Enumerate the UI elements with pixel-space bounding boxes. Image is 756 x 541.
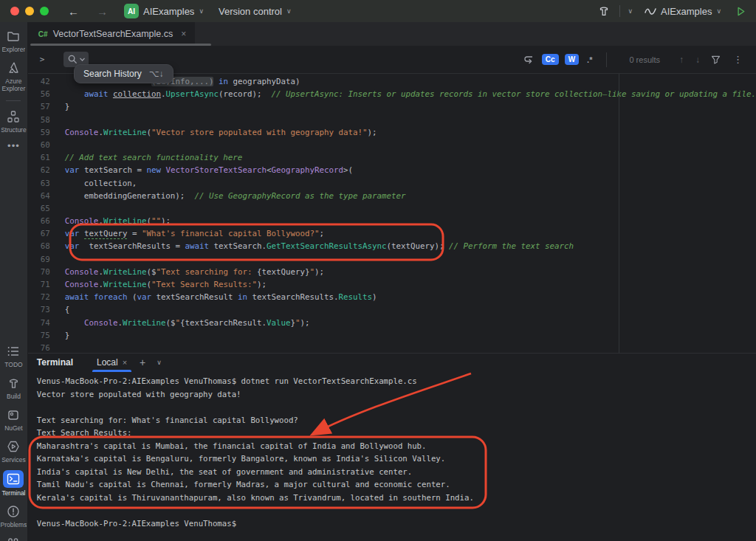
- terminal-line: Vector store populated with geography da…: [37, 388, 756, 402]
- code-line[interactable]: 75}: [28, 329, 756, 342]
- code-token: "Text Search Results:": [151, 280, 257, 289]
- line-number: 56: [28, 88, 65, 100]
- terminal-tab-label: Local: [97, 357, 118, 368]
- code-line[interactable]: 64 embeddingGeneration); // Use Geograph…: [28, 190, 756, 202]
- more-tool-windows-button[interactable]: •••: [7, 140, 20, 151]
- code-line[interactable]: 74 Console.WriteLine($"{textSearchResult…: [28, 317, 756, 329]
- structure-icon: [5, 108, 21, 125]
- sidebar-item-azure-explorer[interactable]: Azure Explorer: [0, 60, 28, 92]
- terminal-line: Kerala's capital is Thiruvananthapuram, …: [37, 492, 756, 505]
- code-token: // UpsertAsync: Inserts or updates recor…: [271, 89, 756, 99]
- code-token: textQuery: [84, 229, 128, 239]
- sidebar-item-todo[interactable]: TODO: [0, 343, 28, 368]
- code-token: textSearchResults =: [79, 241, 185, 251]
- line-number: 67: [28, 227, 65, 240]
- code-line[interactable]: 70Console.WriteLine($"Text searching for…: [28, 266, 756, 278]
- sidebar-item-nuget[interactable]: NuGet: [0, 407, 28, 432]
- terminal-line: [37, 401, 756, 414]
- code-editor[interactable]: 42 (Id,Info,...) in geographyData)56 awa…: [28, 74, 756, 353]
- azure-icon: [5, 60, 21, 76]
- sidebar-label: Explorer: [2, 46, 26, 53]
- code-token: );: [161, 216, 171, 226]
- line-number: 68: [28, 240, 65, 252]
- terminal-panel-title[interactable]: Terminal: [37, 357, 73, 368]
- code-line[interactable]: 69: [28, 253, 756, 266]
- zoom-window-button[interactable]: [40, 7, 49, 15]
- newline-icon[interactable]: [521, 52, 536, 67]
- close-terminal-tab-icon[interactable]: ×: [123, 358, 127, 367]
- sidebar-item-terminal[interactable]: Terminal: [0, 470, 28, 497]
- new-terminal-button[interactable]: +: [134, 356, 151, 368]
- code-line[interactable]: 76: [28, 342, 756, 353]
- code-line[interactable]: 56 await collection.UpsertAsync(record);…: [28, 88, 756, 100]
- sidebar-item-build[interactable]: Build: [0, 375, 28, 400]
- code-line[interactable]: 72await foreach (var textSearchResult in…: [28, 291, 756, 303]
- code-token: WriteLine: [103, 128, 147, 137]
- code-line[interactable]: 71Console.WriteLine("Text Search Results…: [28, 278, 756, 291]
- code-line[interactable]: 59Console.WriteLine("Vector store popula…: [28, 126, 756, 139]
- run-configuration-selector[interactable]: AIExamples ∨: [640, 4, 726, 18]
- minimize-window-button[interactable]: [25, 7, 34, 15]
- code-line[interactable]: 66Console.WriteLine("");: [28, 215, 756, 227]
- more-options-icon[interactable]: ⋮: [729, 54, 747, 65]
- code-line[interactable]: 60: [28, 139, 756, 151]
- todo-list-icon: [5, 343, 21, 359]
- code-line[interactable]: 62var textSearch = new VectorStoreTextSe…: [28, 164, 756, 176]
- close-window-button[interactable]: [10, 7, 19, 15]
- services-icon: [5, 438, 21, 455]
- code-text: // Add text search functionality here: [65, 151, 243, 164]
- titlebar: ← → AI AIExamples ∨ Version control ∨ ∨ …: [0, 0, 756, 22]
- back-button[interactable]: ←: [62, 5, 85, 18]
- code-line[interactable]: 65: [28, 202, 756, 215]
- code-line[interactable]: 57}: [28, 100, 756, 113]
- code-line[interactable]: 68var textSearchResults = await textSear…: [28, 240, 756, 252]
- code-token: Console: [65, 280, 99, 289]
- terminal-line: Tamil Nadu's capital is Chennai, formerl…: [37, 478, 756, 492]
- code-token: // Add text search functionality here: [65, 153, 243, 162]
- terminal-tab-local[interactable]: Local ×: [92, 354, 131, 372]
- build-hammer-button[interactable]: [596, 3, 612, 19]
- expand-find-icon[interactable]: >: [37, 55, 48, 64]
- filter-icon[interactable]: [709, 52, 723, 66]
- code-text: Console.WriteLine($"Text searching for: …: [65, 266, 324, 278]
- code-token: GetTextSearchResultsAsync: [267, 241, 387, 251]
- regex-toggle[interactable]: .*: [585, 55, 594, 64]
- chevron-down-icon[interactable]: ∨: [154, 359, 165, 366]
- code-token: UpsertAsync: [165, 89, 219, 99]
- project-selector[interactable]: AI AIExamples ∨: [120, 2, 208, 20]
- code-token: embeddingGeneration);: [65, 191, 195, 201]
- tab-vectortextsearchexample[interactable]: C# VectorTextSearchExample.cs ×: [28, 22, 195, 46]
- terminal-output[interactable]: Venus-MacBook-Pro-2:AIExamples VenuThoma…: [28, 371, 756, 541]
- code-token: WriteLine: [123, 318, 166, 328]
- sidebar-item-problems[interactable]: Problems: [0, 503, 28, 528]
- previous-occurrence-button[interactable]: ↑: [676, 55, 687, 65]
- code-token: );: [257, 280, 267, 289]
- code-token: Console: [65, 128, 99, 137]
- code-line[interactable]: 61// Add text search functionality here: [28, 151, 756, 164]
- sidebar-item-vcs[interactable]: [0, 535, 28, 541]
- close-tab-icon[interactable]: ×: [181, 29, 186, 39]
- code-line[interactable]: 73{: [28, 303, 756, 316]
- code-token: [79, 229, 84, 238]
- sidebar-item-services[interactable]: Services: [0, 438, 28, 464]
- vcs-widget[interactable]: Version control ∨: [214, 4, 296, 18]
- sidebar-label: Structure: [1, 126, 27, 134]
- match-case-toggle[interactable]: Cc: [542, 54, 559, 65]
- sidebar-item-structure[interactable]: Structure: [0, 108, 28, 134]
- tab-strip-scrollbar[interactable]: [30, 44, 211, 46]
- code-token: );: [315, 267, 324, 277]
- code-line[interactable]: 67var textQuery = "What's financial capi…: [28, 227, 756, 240]
- sidebar-item-explorer[interactable]: Explorer: [0, 28, 28, 53]
- chevron-down-icon[interactable]: ∨: [628, 7, 633, 15]
- next-occurrence-button[interactable]: ↓: [693, 55, 703, 65]
- sidebar-label: NuGet: [4, 424, 23, 432]
- whole-words-toggle[interactable]: W: [565, 54, 579, 65]
- code-text: await collection.UpsertAsync(record); //…: [65, 88, 756, 100]
- forward-button[interactable]: →: [91, 5, 114, 18]
- code-text: Console.WriteLine("");: [65, 215, 171, 227]
- code-line[interactable]: 58: [28, 114, 756, 126]
- line-number: 62: [28, 164, 65, 176]
- run-play-button[interactable]: [733, 4, 749, 19]
- code-line[interactable]: 63 collection,: [28, 177, 756, 190]
- code-text: }: [65, 100, 70, 113]
